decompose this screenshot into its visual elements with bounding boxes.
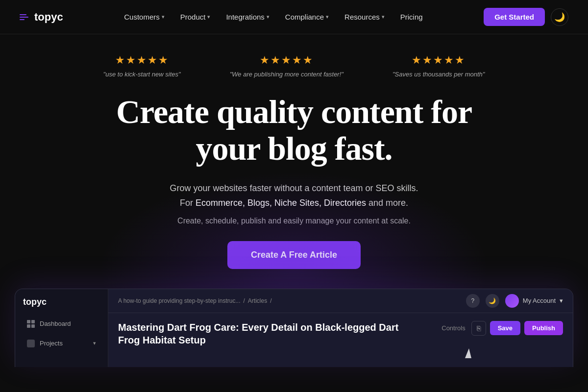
chevron-down-icon: ▾ <box>162 14 165 20</box>
article-title: Mastering Dart Frog Care: Every Detail o… <box>118 321 412 346</box>
nav-item-pricing[interactable]: Pricing <box>393 9 430 25</box>
preview-sidebar: topyc Dashboard Projects ▾ <box>15 289 108 367</box>
dark-mode-toggle[interactable]: 🌙 <box>551 8 568 26</box>
preview-topbar: A how-to guide providing step-by-step in… <box>108 289 573 313</box>
chevron-down-icon: ▾ <box>326 14 329 20</box>
preview-main: A how-to guide providing step-by-step in… <box>108 289 573 367</box>
copy-icon-button[interactable]: ⎘ <box>471 321 486 336</box>
hero-title: Create quality content for your blog fas… <box>116 94 472 167</box>
preview-controls: Controls ⎘ Save Publish <box>441 321 563 336</box>
chevron-down-icon: ▾ <box>207 14 210 20</box>
get-started-button[interactable]: Get Started <box>484 8 545 26</box>
reviews-row: ★★★★★ "use to kick-start new sites" ★★★★… <box>103 54 485 78</box>
grid-icon <box>27 320 35 328</box>
folder-icon <box>27 340 35 347</box>
quote-3: "Saves us thousands per month" <box>392 71 485 78</box>
cursor-indicator <box>465 348 475 362</box>
hero-section: ★★★★★ "use to kick-start new sites" ★★★★… <box>0 34 588 367</box>
review-3: ★★★★★ "Saves us thousands per month" <box>392 54 485 78</box>
logo-icon <box>20 14 28 20</box>
preview-topbar-actions: ? 🌙 My Account ▾ <box>466 294 563 308</box>
nav-item-integrations[interactable]: Integrations ▾ <box>219 9 276 25</box>
preview-nav-projects[interactable]: Projects ▾ <box>23 337 100 350</box>
nav-item-product[interactable]: Product ▾ <box>173 9 218 25</box>
nav-item-compliance[interactable]: Compliance ▾ <box>278 9 336 25</box>
navbar: topyc Customers ▾ Product ▾ Integrations… <box>0 0 588 34</box>
cursor-arrow <box>465 348 471 358</box>
quote-1: "use to kick-start new sites" <box>103 71 181 78</box>
review-1: ★★★★★ "use to kick-start new sites" <box>103 54 181 78</box>
stars-2: ★★★★★ <box>260 54 314 67</box>
chevron-down-icon: ▾ <box>267 14 270 20</box>
chevron-down-icon: ▾ <box>382 14 385 20</box>
cta-button[interactable]: Create A Free Article <box>227 241 361 269</box>
stars-3: ★★★★★ <box>412 54 466 67</box>
dark-mode-icon[interactable]: 🌙 <box>486 294 499 308</box>
preview-nav-dashboard[interactable]: Dashboard <box>23 317 100 331</box>
nav-item-customers[interactable]: Customers ▾ <box>117 9 172 25</box>
preview-logo: topyc <box>23 297 100 307</box>
stars-1: ★★★★★ <box>115 54 169 67</box>
save-button[interactable]: Save <box>490 321 520 335</box>
help-icon[interactable]: ? <box>466 294 480 308</box>
quote-2: "We are publishing more content faster!" <box>230 71 343 78</box>
review-2: ★★★★★ "We are publishing more content fa… <box>230 54 343 78</box>
nav-item-resources[interactable]: Resources ▾ <box>338 9 392 25</box>
preview-breadcrumb: A how-to guide providing step-by-step in… <box>118 297 272 304</box>
app-preview: topyc Dashboard Projects ▾ <box>15 289 573 367</box>
nav-links: Customers ▾ Product ▾ Integrations ▾ Com… <box>117 9 429 25</box>
preview-content: Mastering Dart Frog Care: Every Detail o… <box>108 313 573 354</box>
hero-subtitle-2: Create, schedule, publish and easily man… <box>177 217 411 225</box>
logo[interactable]: topyc <box>20 11 63 24</box>
hero-subtitle-1: Grow your websites faster without a cont… <box>170 181 418 211</box>
nav-actions: Get Started 🌙 <box>484 8 568 26</box>
avatar <box>505 294 519 308</box>
preview-account[interactable]: My Account ▾ <box>505 294 563 308</box>
publish-button[interactable]: Publish <box>524 321 563 335</box>
